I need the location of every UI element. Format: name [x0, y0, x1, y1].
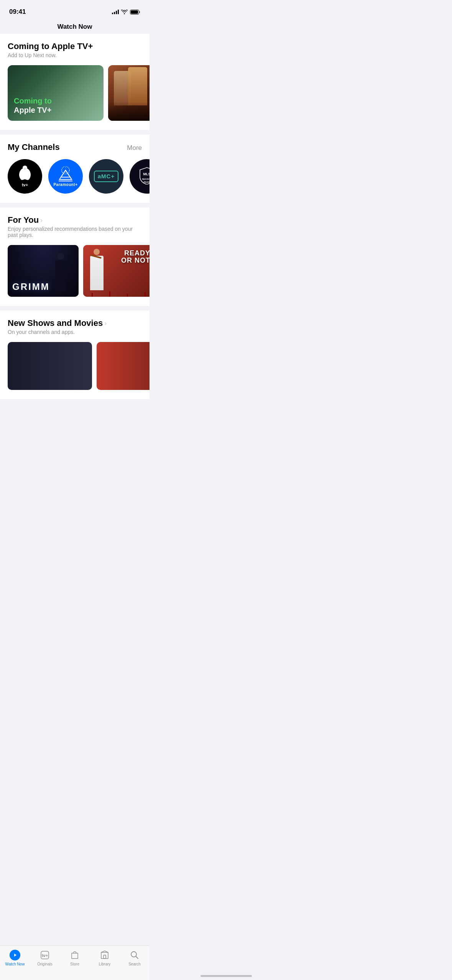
grimm-title-block: GRIMM [12, 281, 50, 292]
coming-section-header: Coming to Apple TV+ Add to Up Next now. [0, 41, 150, 58]
new-shows-cards-row[interactable] [0, 337, 150, 391]
paramount-label: Paramount+ [53, 183, 77, 187]
new-shows-title-link[interactable]: New Shows and Movies › [8, 318, 107, 328]
svg-text:PASS: PASS [144, 181, 150, 183]
channel-appletv[interactable]: tv+ [8, 159, 42, 194]
section-title-row: Coming to Apple TV+ [8, 41, 142, 51]
coming-cards-row[interactable]: Coming to Apple TV+ FL In Theaters [0, 61, 150, 122]
coming-to-appletv-section: Coming to Apple TV+ Add to Up Next now. … [0, 34, 150, 130]
ron-title: READYOR NOT [106, 250, 150, 264]
movie-poster-bg: FL [108, 65, 150, 121]
channels-row[interactable]: tv+ Paramount+ [0, 155, 150, 195]
status-time: 09:41 [9, 8, 26, 16]
grimm-character [50, 253, 71, 297]
ready-or-not-card[interactable]: READYOR NOT [83, 245, 150, 297]
channel-paramount[interactable]: Paramount+ [48, 159, 83, 194]
new-shows-title-row: New Shows and Movies › [8, 318, 142, 328]
amc-border: aMC+ [94, 171, 118, 182]
wifi-icon [121, 10, 128, 14]
for-you-title-row: For You › [8, 215, 142, 225]
new-shows-header: New Shows and Movies › On your channels … [0, 318, 150, 335]
for-you-title: For You [8, 215, 39, 225]
main-content: Coming to Apple TV+ Add to Up Next now. … [0, 34, 150, 438]
channels-section-header: My Channels More [0, 142, 150, 152]
for-you-subtitle: Enjoy personalized recommendations based… [8, 226, 142, 238]
grimm-title: GRIMM [12, 281, 50, 292]
channel-mls[interactable]: MLS SEASON PASS [130, 159, 150, 194]
amc-logo: aMC+ [94, 171, 118, 182]
appletv-label: tv+ [19, 183, 31, 187]
ron-title-block: READYOR NOT [106, 250, 150, 264]
blood-drips [83, 291, 150, 297]
coming-appletv-card[interactable]: Coming to Apple TV+ [8, 65, 104, 121]
for-you-title-link[interactable]: For You › [8, 215, 43, 225]
status-icons [112, 10, 140, 15]
for-you-section: For You › Enjoy personalized recommendat… [0, 207, 150, 306]
new-show-card-2[interactable] [97, 342, 150, 390]
new-shows-section: New Shows and Movies › On your channels … [0, 311, 150, 399]
svg-rect-1 [131, 10, 138, 14]
grimm-show-card[interactable]: GRIMM [8, 245, 79, 297]
new-shows-chevron: › [104, 319, 107, 327]
coming-section-title: Coming to Apple TV+ [8, 41, 93, 51]
channel-amc[interactable]: aMC+ [89, 159, 123, 194]
amc-text: aMC+ [98, 173, 115, 179]
ron-dress [90, 256, 104, 290]
status-bar: 09:41 [0, 0, 150, 18]
ron-head [94, 249, 100, 255]
signal-icon [112, 10, 119, 14]
my-channels-section: My Channels More tv+ [0, 135, 150, 203]
grimm-head [57, 253, 64, 260]
for-you-header: For You › Enjoy personalized recommendat… [0, 215, 150, 238]
new-shows-subtitle: On your channels and apps. [8, 329, 142, 335]
mls-logo: MLS SEASON PASS [139, 167, 150, 186]
ron-character [87, 249, 106, 297]
page-title: Watch Now [58, 23, 92, 30]
character-2-main [128, 67, 147, 105]
for-you-chevron: › [40, 216, 43, 224]
coming-section-subtitle: Add to Up Next now. [8, 52, 142, 58]
channels-title-row: My Channels More [8, 142, 142, 152]
grimm-body [55, 260, 66, 291]
paramount-logo: Paramount+ [53, 166, 77, 187]
battery-icon [130, 10, 140, 15]
channels-more-link[interactable]: More [127, 144, 142, 152]
channels-section-title: My Channels [8, 142, 60, 152]
for-you-shows-row[interactable]: GRIMM READYOR NOT [0, 240, 150, 298]
svg-text:SEASON: SEASON [142, 178, 150, 180]
coming-to-label: Coming to Apple TV+ [14, 96, 97, 115]
nav-header: Watch Now [0, 18, 150, 34]
gradient-overlay [108, 102, 150, 121]
movie-card-featured[interactable]: FL In Theaters [108, 65, 150, 121]
appletv-logo: tv+ [19, 166, 31, 187]
svg-text:MLS: MLS [143, 172, 150, 176]
new-shows-title: New Shows and Movies [8, 318, 103, 328]
new-show-card-1[interactable] [8, 342, 92, 390]
